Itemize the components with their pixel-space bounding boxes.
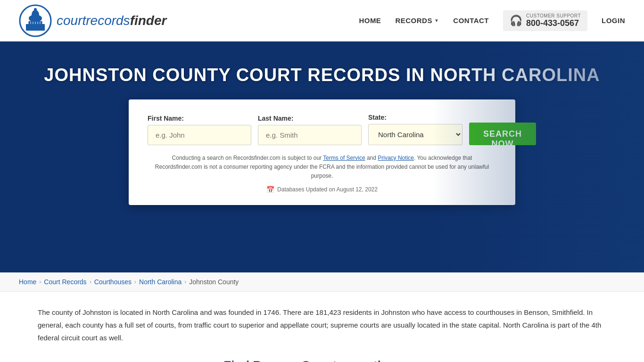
svg-rect-1 <box>26 24 45 31</box>
main-content: The county of Johnston is located in Nor… <box>0 292 644 362</box>
intro-paragraph: The county of Johnston is located in Nor… <box>38 306 606 344</box>
support-box[interactable]: 🎧 CUSTOMER SUPPORT 800-433-0567 <box>503 10 587 31</box>
support-phone: 800-433-0567 <box>526 18 581 28</box>
logo-text-italic: courtrecords <box>57 13 130 28</box>
breadcrumb-sep-4: › <box>184 279 186 285</box>
breadcrumb-court-records[interactable]: Court Records <box>44 278 86 286</box>
last-name-input[interactable] <box>258 125 362 145</box>
last-name-group: Last Name: <box>258 115 362 145</box>
search-card: First Name: Last Name: State: North Caro… <box>129 99 515 205</box>
calendar-icon: 📅 <box>266 186 274 193</box>
nav-home[interactable]: HOME <box>359 16 381 25</box>
search-button[interactable]: SEARCH NOW <box>469 123 536 145</box>
first-name-label: First Name: <box>148 115 251 122</box>
hero-title: JOHNSTON COUNTY COURT RECORDS IN NORTH C… <box>44 65 600 85</box>
find-heading: Find Benson County courthouses <box>38 358 606 362</box>
logo-text: courtrecordsfinder <box>57 13 166 28</box>
hero-section: JOHNSTON COUNTY COURT RECORDS IN NORTH C… <box>0 41 644 272</box>
last-name-label: Last Name: <box>258 115 362 122</box>
breadcrumb-current: Johnston County <box>189 278 239 286</box>
breadcrumb-courthouses[interactable]: Courthouses <box>94 278 132 286</box>
breadcrumb: Home › Court Records › Courthouses › Nor… <box>0 272 644 292</box>
site-header: courtrecordsfinder HOME RECORDS ▼ CONTAC… <box>0 0 644 41</box>
breadcrumb-home[interactable]: Home <box>19 278 36 286</box>
first-name-group: First Name: <box>148 115 251 145</box>
state-label: State: <box>368 114 462 121</box>
svg-rect-12 <box>40 22 41 24</box>
disclaimer-text: Conducting a search on Recordsfinder.com… <box>148 154 496 181</box>
svg-point-6 <box>34 8 37 11</box>
svg-rect-8 <box>30 22 31 24</box>
nav-login[interactable]: LOGIN <box>602 16 625 25</box>
breadcrumb-sep-3: › <box>134 279 136 285</box>
svg-rect-13 <box>42 22 43 24</box>
logo-area[interactable]: courtrecordsfinder <box>19 4 166 37</box>
chevron-down-icon: ▼ <box>434 18 439 23</box>
svg-rect-11 <box>37 22 38 24</box>
db-updated: 📅 Databases Updated on August 12, 2022 <box>148 186 496 193</box>
logo-icon <box>19 4 52 37</box>
state-select[interactable]: North Carolina Alabama Alaska California… <box>368 124 462 145</box>
headset-icon: 🎧 <box>510 15 522 27</box>
svg-rect-10 <box>35 22 36 24</box>
state-group: State: North Carolina Alabama Alaska Cal… <box>368 114 462 145</box>
breadcrumb-sep-1: › <box>39 279 41 285</box>
nav-records-label: RECORDS <box>395 16 432 25</box>
svg-rect-9 <box>33 22 33 24</box>
logo-text-bold: finder <box>130 13 167 28</box>
nav-contact[interactable]: CONTACT <box>453 16 489 25</box>
breadcrumb-sep-2: › <box>90 279 91 285</box>
privacy-link[interactable]: Privacy Notice <box>378 155 414 161</box>
nav-records[interactable]: RECORDS ▼ <box>395 16 439 25</box>
search-form-row: First Name: Last Name: State: North Caro… <box>148 114 496 145</box>
support-label: CUSTOMER SUPPORT <box>526 13 581 18</box>
main-nav: HOME RECORDS ▼ CONTACT 🎧 CUSTOMER SUPPOR… <box>359 10 625 31</box>
tos-link[interactable]: Terms of Service <box>323 155 365 161</box>
breadcrumb-north-carolina[interactable]: North Carolina <box>139 278 182 286</box>
first-name-input[interactable] <box>148 125 251 145</box>
db-updated-text: Databases Updated on August 12, 2022 <box>277 186 378 193</box>
svg-rect-7 <box>28 22 29 24</box>
